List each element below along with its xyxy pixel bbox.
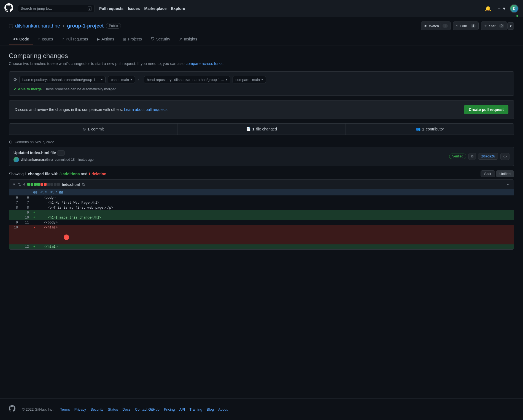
footer-blog[interactable]: Blog	[207, 407, 214, 411]
online-status-dot	[516, 15, 519, 17]
footer-about[interactable]: About	[218, 407, 228, 411]
discussion-text: Discuss and review the changes in this c…	[15, 107, 168, 112]
diff-block-gray-2	[50, 183, 53, 186]
diff-sign	[31, 220, 37, 225]
commit-title: Updated index.html file ...	[14, 150, 446, 156]
commits-dot-icon: ⊙	[9, 139, 12, 144]
code-icon: <>	[13, 37, 18, 41]
base-branch-chevron: ▾	[131, 78, 132, 81]
notifications-button[interactable]: 🔔	[484, 4, 492, 13]
files-info-end: .	[107, 172, 109, 176]
commit-count: 1	[88, 127, 90, 131]
collapse-diff-button[interactable]: ▼	[12, 182, 16, 186]
compare-arrow: ←	[137, 77, 142, 82]
base-branch-select[interactable]: base: main ▾	[108, 76, 135, 83]
tab-insights-label: Insights	[184, 37, 197, 41]
commit-hash-button[interactable]: 20aca26	[478, 153, 498, 160]
navbar-pull-requests[interactable]: Pull requests	[99, 6, 123, 11]
insights-icon: ↗	[179, 37, 182, 41]
repo-nav: <> Code ○ Issues ⑂ Pull requests ▶ Actio…	[9, 34, 514, 45]
footer-docs[interactable]: Docs	[122, 407, 131, 411]
file-icon: 📄	[246, 127, 251, 131]
diff-table: @@ -6,5 +6,7 @@ 6 6 <body> 7 7 <h1>My Fi…	[9, 189, 514, 249]
base-repo-select[interactable]: base repository: dilshankarunarathne/gro…	[19, 76, 106, 83]
tab-security[interactable]: ⛉ Security	[146, 34, 175, 45]
repo-visibility-badge: Public	[106, 23, 121, 29]
footer-status[interactable]: Status	[108, 407, 118, 411]
tab-issues-label: Issues	[42, 37, 53, 41]
compare-forks-link[interactable]: compare across forks	[186, 61, 223, 66]
diff-stat-blocks	[27, 183, 60, 186]
watch-button[interactable]: 👁 Watch 1	[421, 21, 451, 30]
footer-privacy[interactable]: Privacy	[74, 407, 86, 411]
learn-pr-link[interactable]: Learn about pull requests	[124, 107, 168, 112]
navbar-issues[interactable]: Issues	[128, 6, 140, 11]
tab-pull-requests[interactable]: ⑂ Pull requests	[57, 34, 92, 45]
head-repo-select[interactable]: head repository: dilshankarunarathna/gro…	[144, 76, 230, 83]
github-logo-icon[interactable]	[4, 3, 13, 14]
fork-button[interactable]: ⑂ Fork 4	[453, 21, 479, 30]
copy-filename-button[interactable]: ⧉	[82, 182, 85, 187]
fork-count: 4	[471, 24, 476, 28]
star-label: Star	[489, 24, 495, 28]
diff-file: ▼ ⇅ 4 index.html ⧉ ···	[9, 179, 514, 250]
create-pr-button[interactable]: Create pull request	[464, 105, 508, 114]
tab-projects[interactable]: ⊞ Projects	[118, 34, 146, 45]
repo-name-link[interactable]: group-1-project	[67, 23, 104, 29]
star-dropdown[interactable]: ▾	[507, 22, 514, 30]
copy-hash-button[interactable]: ⧉	[468, 153, 476, 160]
unified-view-button[interactable]: Unified	[496, 170, 514, 177]
tab-issues[interactable]: ○ Issues	[33, 34, 57, 45]
files-label: file changed	[256, 127, 277, 131]
tab-code[interactable]: <> Code	[9, 34, 33, 45]
navbar-marketplace[interactable]: Marketplace	[144, 6, 167, 11]
divider	[441, 23, 441, 29]
commit-icon: ⊙	[83, 127, 86, 131]
footer-api[interactable]: API	[179, 407, 185, 411]
issues-icon: ○	[38, 37, 40, 41]
create-menu-button[interactable]: ＋ ▾	[495, 4, 506, 13]
repo-owner-link[interactable]: dilshankarunarathne	[15, 23, 60, 29]
commit-time: committed 18 minutes ago	[55, 158, 94, 162]
base-repo-chevron: ▾	[101, 78, 103, 81]
diff-block-green-3	[34, 183, 37, 186]
files-header: Showing 1 changed file with 3 additions …	[9, 170, 514, 177]
commit-dots-button[interactable]: ...	[57, 150, 65, 156]
star-button[interactable]: ☆ Star 0	[481, 21, 507, 30]
compare-branch-select[interactable]: compare: main ▾	[233, 76, 266, 83]
new-num: 6	[20, 195, 31, 200]
hunk-old-num	[9, 189, 20, 195]
diff-block-red-2	[44, 183, 47, 186]
footer-contact-github[interactable]: Contact GitHub	[135, 407, 160, 411]
tab-insights[interactable]: ↗ Insights	[174, 34, 201, 45]
navbar-right: 🔔 ＋ ▾ D	[484, 4, 519, 13]
split-view-button[interactable]: Split	[481, 170, 495, 177]
able-to-merge-text: Able to merge.	[18, 87, 43, 91]
main-content: Comparing changes Choose two branches to…	[0, 45, 523, 398]
commit-info: Updated index.html file ... dilshankarun…	[14, 150, 446, 162]
old-num	[9, 210, 20, 215]
old-num: 8	[9, 205, 20, 210]
fork-icon: ⑂	[456, 24, 458, 28]
stats-row: ⊙ 1 commit 📄 1 file changed 👥 1 contribu…	[9, 123, 514, 135]
search-input[interactable]: Search or jump to... /	[18, 5, 95, 12]
diff-code: </html>	[37, 244, 514, 249]
footer-terms[interactable]: Terms	[60, 407, 70, 411]
footer-pricing[interactable]: Pricing	[164, 407, 175, 411]
tab-pr-label: Pull requests	[66, 37, 88, 41]
tab-security-label: Security	[156, 37, 170, 41]
page-title: Comparing changes	[9, 52, 514, 60]
projects-icon: ⊞	[123, 37, 126, 41]
footer-logo-icon	[9, 405, 15, 413]
navbar-explore[interactable]: Explore	[171, 6, 185, 11]
diff-more-button[interactable]: ···	[507, 182, 511, 187]
tab-actions[interactable]: ▶ Actions	[92, 34, 118, 45]
minus-circle-icon: −	[64, 234, 69, 240]
footer-training[interactable]: Training	[189, 407, 202, 411]
browse-code-button[interactable]: <>	[500, 153, 509, 160]
avatar[interactable]: D	[510, 4, 519, 13]
footer-security[interactable]: Security	[90, 407, 103, 411]
commit-card: Updated index.html file ... dilshankarun…	[9, 147, 514, 166]
discussion-box: Discuss and review the changes in this c…	[9, 100, 514, 119]
commit-author-link[interactable]: dilshankarunarathna	[21, 158, 53, 162]
